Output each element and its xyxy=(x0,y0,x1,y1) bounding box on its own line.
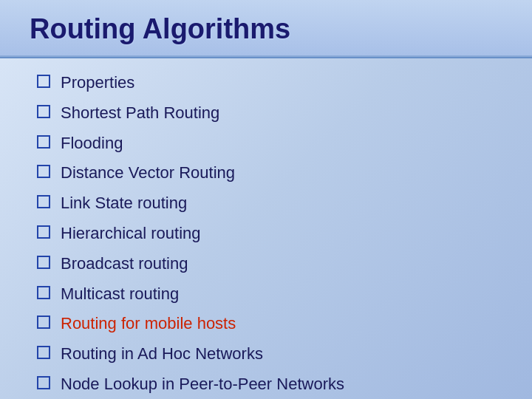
bullet-multicast xyxy=(37,286,50,299)
item-text-properties: Properties xyxy=(61,72,134,95)
item-text-link-state: Link State routing xyxy=(61,192,187,215)
title-bar: Routing Algorithms xyxy=(0,0,532,57)
item-text-flooding: Flooding xyxy=(61,132,123,155)
bullet-shortest-path xyxy=(37,105,50,118)
slide-content: PropertiesShortest Path RoutingFloodingD… xyxy=(0,57,532,399)
bullet-properties xyxy=(37,75,50,88)
item-text-distance-vector: Distance Vector Routing xyxy=(61,162,235,185)
bullet-hierarchical xyxy=(37,225,50,239)
list-item-broadcast: Broadcast routing xyxy=(37,253,502,276)
bullet-mobile-hosts xyxy=(37,316,50,329)
list-item-distance-vector: Distance Vector Routing xyxy=(37,162,502,185)
slide: Routing Algorithms PropertiesShortest Pa… xyxy=(0,0,532,399)
list-item-peer-to-peer: Node Lookup in Peer-to-Peer Networks xyxy=(37,373,502,396)
list-item-hierarchical: Hierarchical routing xyxy=(37,222,502,245)
bullet-peer-to-peer xyxy=(37,376,50,389)
list-item-mobile-hosts: Routing for mobile hosts xyxy=(37,313,502,335)
item-text-mobile-hosts: Routing for mobile hosts xyxy=(61,313,236,335)
item-text-broadcast: Broadcast routing xyxy=(61,253,188,276)
item-text-ad-hoc: Routing in Ad Hoc Networks xyxy=(61,343,263,366)
item-text-hierarchical: Hierarchical routing xyxy=(61,222,201,245)
list-item-flooding: Flooding xyxy=(37,132,502,155)
list-item-properties: Properties xyxy=(37,72,502,95)
list-item-link-state: Link State routing xyxy=(37,192,502,215)
bullet-broadcast xyxy=(37,256,50,269)
item-text-multicast: Multicast routing xyxy=(61,283,179,306)
list-item-multicast: Multicast routing xyxy=(37,283,502,306)
list-item-ad-hoc: Routing in Ad Hoc Networks xyxy=(37,343,502,366)
bullet-link-state xyxy=(37,195,50,208)
slide-title: Routing Algorithms xyxy=(30,13,502,45)
list-item-shortest-path: Shortest Path Routing xyxy=(37,102,502,125)
item-text-shortest-path: Shortest Path Routing xyxy=(61,102,219,125)
bullet-ad-hoc xyxy=(37,346,50,359)
bullet-flooding xyxy=(37,135,50,149)
item-text-peer-to-peer: Node Lookup in Peer-to-Peer Networks xyxy=(61,373,344,396)
bullet-distance-vector xyxy=(37,165,50,178)
